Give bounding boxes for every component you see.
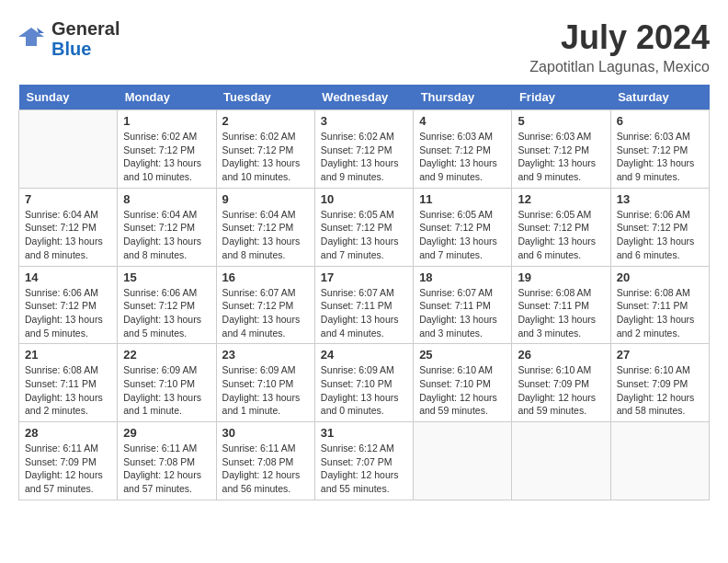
day-number: 14 [25,270,111,284]
cell-info: Sunrise: 6:12 AM Sunset: 7:07 PM Dayligh… [321,442,407,496]
cell-info: Sunrise: 6:10 AM Sunset: 7:09 PM Dayligh… [617,363,703,418]
day-number: 29 [123,426,210,440]
day-number: 4 [419,114,506,128]
header-thursday: Thursday [414,85,512,110]
calendar-cell: 13Sunrise: 6:06 AM Sunset: 7:12 PM Dayli… [610,188,709,266]
day-number: 2 [222,114,309,128]
day-number: 15 [123,270,210,284]
day-number: 3 [321,114,407,128]
logo-bird-icon [18,24,44,53]
cell-info: Sunrise: 6:05 AM Sunset: 7:12 PM Dayligh… [518,208,604,262]
cell-info: Sunrise: 6:04 AM Sunset: 7:12 PM Dayligh… [25,208,111,262]
calendar-cell: 27Sunrise: 6:10 AM Sunset: 7:09 PM Dayli… [610,344,709,422]
calendar-header-row: SundayMondayTuesdayWednesdayThursdayFrid… [19,85,710,110]
cell-info: Sunrise: 6:07 AM Sunset: 7:11 PM Dayligh… [419,286,506,340]
calendar-cell: 22Sunrise: 6:09 AM Sunset: 7:10 PM Dayli… [118,344,216,422]
calendar-cell [414,422,512,500]
cell-info: Sunrise: 6:09 AM Sunset: 7:10 PM Dayligh… [321,363,407,418]
day-number: 30 [222,426,309,440]
cell-info: Sunrise: 6:05 AM Sunset: 7:12 PM Dayligh… [321,208,407,262]
cell-info: Sunrise: 6:06 AM Sunset: 7:12 PM Dayligh… [25,286,111,340]
calendar-week-row: 7Sunrise: 6:04 AM Sunset: 7:12 PM Daylig… [19,188,710,266]
header-monday: Monday [118,85,216,110]
header-saturday: Saturday [610,85,709,110]
day-number: 9 [222,192,309,206]
cell-info: Sunrise: 6:07 AM Sunset: 7:12 PM Dayligh… [222,286,309,340]
cell-info: Sunrise: 6:03 AM Sunset: 7:12 PM Dayligh… [518,130,604,184]
day-number: 7 [25,192,111,206]
calendar-cell: 31Sunrise: 6:12 AM Sunset: 7:07 PM Dayli… [314,422,413,500]
calendar-cell: 15Sunrise: 6:06 AM Sunset: 7:12 PM Dayli… [118,266,216,344]
day-number: 17 [321,270,407,284]
day-number: 16 [222,270,309,284]
logo-text: General Blue [51,18,119,59]
calendar-cell [19,110,118,189]
calendar-cell [610,422,709,500]
calendar-cell: 7Sunrise: 6:04 AM Sunset: 7:12 PM Daylig… [19,188,118,266]
calendar-cell: 21Sunrise: 6:08 AM Sunset: 7:11 PM Dayli… [19,344,118,422]
cell-info: Sunrise: 6:11 AM Sunset: 7:08 PM Dayligh… [222,442,309,496]
calendar-week-row: 21Sunrise: 6:08 AM Sunset: 7:11 PM Dayli… [19,344,710,422]
page-header: General Blue July 2024 Zapotitlan Laguna… [18,18,710,75]
calendar-cell: 3Sunrise: 6:02 AM Sunset: 7:12 PM Daylig… [314,110,413,189]
calendar-cell: 29Sunrise: 6:11 AM Sunset: 7:08 PM Dayli… [118,422,216,500]
calendar-cell: 14Sunrise: 6:06 AM Sunset: 7:12 PM Dayli… [19,266,118,344]
day-number: 24 [321,348,407,362]
calendar-cell: 23Sunrise: 6:09 AM Sunset: 7:10 PM Dayli… [216,344,314,422]
calendar-cell: 17Sunrise: 6:07 AM Sunset: 7:11 PM Dayli… [314,266,413,344]
day-number: 12 [518,192,604,206]
logo-blue-text: Blue [51,39,119,59]
day-number: 31 [321,426,407,440]
title-section: July 2024 Zapotitlan Lagunas, Mexico [529,18,710,75]
cell-info: Sunrise: 6:11 AM Sunset: 7:08 PM Dayligh… [123,442,210,496]
day-number: 23 [222,348,309,362]
cell-info: Sunrise: 6:11 AM Sunset: 7:09 PM Dayligh… [25,442,111,496]
cell-info: Sunrise: 6:09 AM Sunset: 7:10 PM Dayligh… [123,363,210,418]
calendar-cell: 16Sunrise: 6:07 AM Sunset: 7:12 PM Dayli… [216,266,314,344]
calendar-cell: 9Sunrise: 6:04 AM Sunset: 7:12 PM Daylig… [216,188,314,266]
cell-info: Sunrise: 6:03 AM Sunset: 7:12 PM Dayligh… [617,130,703,184]
calendar-cell: 30Sunrise: 6:11 AM Sunset: 7:08 PM Dayli… [216,422,314,500]
month-title: July 2024 [529,18,710,57]
calendar-cell: 2Sunrise: 6:02 AM Sunset: 7:12 PM Daylig… [216,110,314,189]
day-number: 19 [518,270,604,284]
cell-info: Sunrise: 6:10 AM Sunset: 7:10 PM Dayligh… [419,363,506,418]
calendar-cell: 25Sunrise: 6:10 AM Sunset: 7:10 PM Dayli… [414,344,512,422]
logo: General Blue [18,18,119,59]
header-friday: Friday [512,85,610,110]
header-wednesday: Wednesday [314,85,413,110]
day-number: 8 [123,192,210,206]
calendar-cell: 1Sunrise: 6:02 AM Sunset: 7:12 PM Daylig… [118,110,216,189]
day-number: 26 [518,348,604,362]
day-number: 5 [518,114,604,128]
header-tuesday: Tuesday [216,85,314,110]
cell-info: Sunrise: 6:07 AM Sunset: 7:11 PM Dayligh… [321,286,407,340]
day-number: 27 [617,348,703,362]
cell-info: Sunrise: 6:05 AM Sunset: 7:12 PM Dayligh… [419,208,506,262]
day-number: 1 [123,114,210,128]
cell-info: Sunrise: 6:08 AM Sunset: 7:11 PM Dayligh… [617,286,703,340]
day-number: 20 [617,270,703,284]
cell-info: Sunrise: 6:02 AM Sunset: 7:12 PM Dayligh… [123,130,210,184]
day-number: 10 [321,192,407,206]
cell-info: Sunrise: 6:08 AM Sunset: 7:11 PM Dayligh… [25,363,111,418]
header-sunday: Sunday [19,85,118,110]
cell-info: Sunrise: 6:06 AM Sunset: 7:12 PM Dayligh… [123,286,210,340]
cell-info: Sunrise: 6:08 AM Sunset: 7:11 PM Dayligh… [518,286,604,340]
cell-info: Sunrise: 6:06 AM Sunset: 7:12 PM Dayligh… [617,208,703,262]
calendar-cell: 10Sunrise: 6:05 AM Sunset: 7:12 PM Dayli… [314,188,413,266]
day-number: 13 [617,192,703,206]
calendar-cell: 26Sunrise: 6:10 AM Sunset: 7:09 PM Dayli… [512,344,610,422]
calendar-cell: 18Sunrise: 6:07 AM Sunset: 7:11 PM Dayli… [414,266,512,344]
cell-info: Sunrise: 6:10 AM Sunset: 7:09 PM Dayligh… [518,363,604,418]
calendar-cell: 12Sunrise: 6:05 AM Sunset: 7:12 PM Dayli… [512,188,610,266]
calendar-cell: 19Sunrise: 6:08 AM Sunset: 7:11 PM Dayli… [512,266,610,344]
day-number: 18 [419,270,506,284]
day-number: 22 [123,348,210,362]
calendar-week-row: 14Sunrise: 6:06 AM Sunset: 7:12 PM Dayli… [19,266,710,344]
calendar-week-row: 28Sunrise: 6:11 AM Sunset: 7:09 PM Dayli… [19,422,710,500]
calendar-cell: 24Sunrise: 6:09 AM Sunset: 7:10 PM Dayli… [314,344,413,422]
svg-marker-1 [37,28,44,33]
cell-info: Sunrise: 6:09 AM Sunset: 7:10 PM Dayligh… [222,363,309,418]
day-number: 11 [419,192,506,206]
